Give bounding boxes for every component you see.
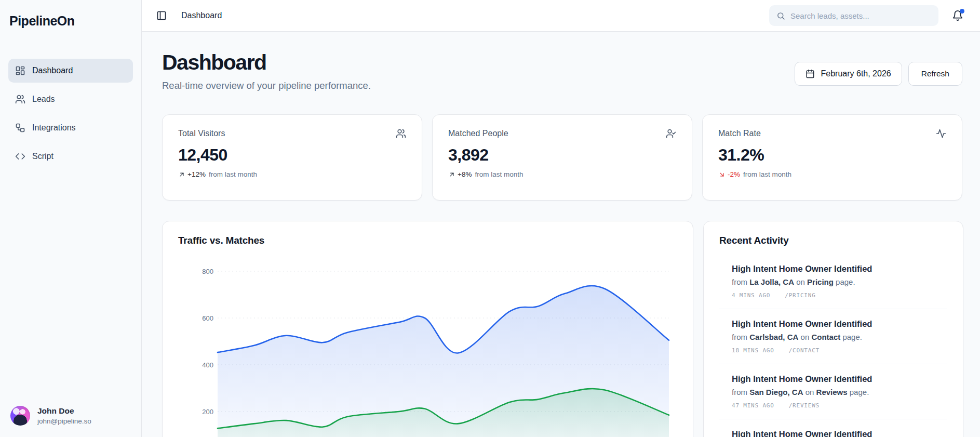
app-logo: PipelineOn	[8, 14, 133, 29]
recent-activity-card: Recent Activity High Intent Home Owner I…	[703, 221, 963, 437]
activity-item-detail: from Carlsbad, CA on Contact page.	[732, 333, 947, 341]
stat-label: Total Visitors	[178, 129, 225, 138]
sidebar-spacer	[8, 168, 133, 406]
activity-time: 18 MINS AGO	[732, 347, 774, 354]
activity-item-meta: 18 MINS AGO /CONTACT	[732, 347, 947, 354]
activity-list: High Intent Home Owner Identified from L…	[719, 264, 947, 437]
date-picker-button[interactable]: February 6th, 2026	[795, 62, 902, 86]
activity-item-title: High Intent Home Owner Identified	[732, 429, 947, 437]
traffic-chart-card: Traffic vs. Matches 800600400200	[162, 221, 693, 437]
activity-path: /PRICING	[785, 292, 815, 299]
search-box	[769, 5, 938, 26]
users-icon	[396, 128, 406, 139]
sidebar-nav: DashboardLeadsIntegrationsScript	[8, 59, 133, 168]
svg-text:800: 800	[202, 268, 213, 275]
activity-item[interactable]: High Intent Home Owner Identified from C…	[719, 319, 947, 354]
trend-caption: from last month	[475, 170, 523, 178]
stat-card-header: Matched People	[448, 128, 676, 139]
activity-item[interactable]: High Intent Home Owner Identified from S…	[719, 374, 947, 409]
sidebar: PipelineOn DashboardLeadsIntegrationsScr…	[0, 0, 142, 437]
user-menu[interactable]: John Doe john@pipeline.so	[8, 406, 133, 426]
sidebar-toggle-button[interactable]	[156, 10, 167, 21]
activity-item-title: High Intent Home Owner Identified	[732, 319, 947, 329]
activity-item-title: High Intent Home Owner Identified	[732, 374, 947, 384]
sidebar-item-label: Integrations	[32, 123, 76, 133]
topbar-right	[769, 5, 963, 26]
topbar: Dashboard	[142, 0, 980, 32]
sidebar-item-integrations[interactable]: Integrations	[8, 116, 133, 140]
activity-icon	[936, 128, 946, 139]
activity-item-meta: 4 MINS AGO /PRICING	[732, 292, 947, 299]
header-actions: February 6th, 2026 Refresh	[795, 62, 962, 86]
activity-title: Recent Activity	[719, 235, 947, 246]
user-email: john@pipeline.so	[37, 417, 91, 425]
user-check-icon	[666, 128, 676, 139]
sidebar-item-label: Dashboard	[32, 66, 73, 75]
page-subtitle: Real-time overview of your pipeline perf…	[162, 80, 371, 91]
svg-text:600: 600	[202, 314, 213, 322]
avatar	[10, 406, 30, 426]
arrow-up-right-icon	[448, 171, 455, 178]
stat-label: Matched People	[448, 129, 508, 138]
page-title: Dashboard	[162, 50, 371, 75]
stat-trend: -2% from last month	[718, 170, 946, 178]
trend-caption: from last month	[743, 170, 791, 178]
trend-caption: from last month	[209, 170, 257, 178]
activity-divider	[719, 364, 947, 364]
stat-trend: +12% from last month	[178, 170, 406, 178]
chart-title: Traffic vs. Matches	[178, 235, 677, 246]
activity-item-title: High Intent Home Owner Identified	[732, 264, 947, 274]
activity-item[interactable]: High Intent Home Owner Identified from L…	[719, 264, 947, 299]
search-icon	[776, 11, 785, 20]
notification-dot	[960, 9, 964, 14]
trend-value: -2%	[718, 170, 740, 178]
activity-divider	[719, 419, 947, 419]
code-icon	[15, 151, 25, 162]
date-picker-value: February 6th, 2026	[821, 69, 891, 78]
trend-value: +8%	[448, 170, 472, 178]
stat-label: Match Rate	[718, 129, 761, 138]
activity-path: /REVIEWS	[789, 402, 820, 409]
sidebar-item-dashboard[interactable]: Dashboard	[8, 59, 133, 83]
traffic-matches-chart: 800600400200	[178, 259, 677, 437]
users-icon	[15, 94, 25, 104]
activity-time: 47 MINS AGO	[732, 402, 774, 409]
activity-time: 4 MINS AGO	[732, 292, 770, 299]
stat-card: Match Rate 31.2% -2% from last month	[702, 114, 962, 201]
stats-row: Total Visitors 12,450 +12% from last mon…	[162, 114, 962, 201]
stat-trend: +8% from last month	[448, 170, 676, 178]
sidebar-item-leads[interactable]: Leads	[8, 87, 133, 111]
arrow-up-right-icon	[178, 171, 185, 178]
stat-value: 12,450	[178, 145, 406, 165]
activity-divider	[719, 309, 947, 309]
notifications-button[interactable]	[952, 10, 963, 21]
page-header-text: Dashboard Real-time overview of your pip…	[162, 50, 371, 91]
page-header: Dashboard Real-time overview of your pip…	[162, 50, 962, 91]
calendar-icon	[806, 69, 815, 78]
sidebar-item-script[interactable]: Script	[8, 144, 133, 168]
stat-card: Total Visitors 12,450 +12% from last mon…	[162, 114, 422, 201]
svg-text:400: 400	[202, 361, 213, 369]
refresh-button[interactable]: Refresh	[908, 62, 962, 86]
breadcrumb: Dashboard	[181, 11, 222, 20]
stat-card-header: Total Visitors	[178, 128, 406, 139]
svg-text:200: 200	[202, 408, 213, 416]
search-input[interactable]	[790, 11, 931, 20]
sidebar-item-label: Script	[32, 152, 53, 161]
trend-value: +12%	[178, 170, 206, 178]
layout-dashboard-icon	[15, 65, 25, 76]
bottom-row: Traffic vs. Matches 800600400200 Recent …	[162, 221, 962, 437]
user-info: John Doe john@pipeline.so	[37, 406, 91, 425]
activity-item[interactable]: High Intent Home Owner Identified from E…	[719, 429, 947, 437]
arrow-down-right-icon	[718, 171, 726, 178]
activity-item-detail: from La Jolla, CA on Pricing page.	[732, 277, 947, 286]
stat-card: Matched People 3,892 +8% from last month	[432, 114, 692, 201]
stat-value: 31.2%	[718, 145, 946, 165]
activity-item-meta: 47 MINS AGO /REVIEWS	[732, 402, 947, 409]
user-name: John Doe	[37, 406, 91, 416]
activity-path: /CONTACT	[789, 347, 820, 354]
stat-value: 3,892	[448, 145, 676, 165]
panel-left-icon	[156, 10, 167, 21]
stat-card-header: Match Rate	[718, 128, 946, 139]
activity-item-detail: from San Diego, CA on Reviews page.	[732, 388, 947, 396]
